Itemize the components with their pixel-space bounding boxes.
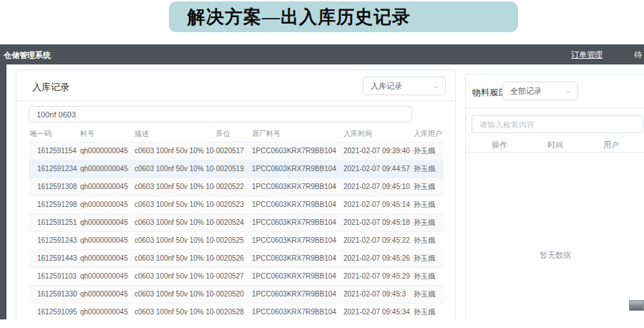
cell-mfr-part-number: 1PCC0603KRX7R9BB104 (250, 142, 342, 160)
cell-part-number: qh0000000045 (79, 303, 133, 319)
scrollbar-thumb[interactable] (629, 300, 644, 311)
cell-location: 0020525 (215, 231, 250, 249)
cell-inbound-time: 2021-02-07 09:45:34 (342, 303, 412, 319)
cell-location: 0020528 (215, 303, 250, 319)
inbound-panel-title: 入库记录 (32, 81, 69, 94)
empty-state-text: 暂无数据 (466, 250, 644, 261)
cell-inbound-user: 孙玉娥 (412, 231, 444, 249)
table-row[interactable]: 1612591298 qh0000000045 c0603 100nf 50v … (29, 196, 444, 213)
table-row[interactable]: 1612591330 qh0000000045 c0603 100nf 50v … (29, 285, 444, 303)
cell-inbound-time: 2021-02-07 09:45:29 (342, 267, 412, 285)
column-header: 描述 (133, 126, 215, 142)
cell-unique-code: 1612591103 (29, 267, 79, 285)
nav-item[interactable]: 待 (634, 49, 642, 60)
cell-inbound-user: 孙玉娥 (412, 267, 444, 285)
inbound-search-input[interactable] (29, 106, 412, 122)
cell-inbound-time: 2021-02-07 09:45:18 (342, 213, 412, 231)
cell-part-number: qh0000000045 (79, 285, 133, 303)
cell-location: 0020517 (215, 142, 250, 160)
cell-part-number: qh0000000045 (79, 231, 133, 249)
cell-unique-code: 1612591443 (29, 249, 79, 267)
column-header: 库位 (215, 126, 250, 142)
inbound-table-body: 1612591154 qh0000000045 c0603 100nf 50v … (29, 142, 444, 319)
cell-mfr-part-number: 1PCC0603KRX7R9BB104 (250, 178, 342, 196)
column-header: 时间 (527, 140, 583, 152)
nav-item[interactable]: 订单管理 (571, 49, 602, 60)
cell-mfr-part-number: 1PCC0603KRX7R9BB104 (250, 249, 342, 267)
cell-location: 0020523 (215, 196, 250, 213)
table-row[interactable]: 1612591251 qh0000000045 c0603 100nf 50v … (29, 213, 444, 231)
table-row[interactable]: 1612591443 qh0000000045 c0603 100nf 50v … (29, 249, 444, 267)
cell-inbound-user: 孙玉娥 (412, 196, 444, 213)
cell-unique-code: 1612591308 (29, 178, 79, 196)
column-header: 入库用户 (412, 126, 444, 142)
table-row[interactable]: 1612591243 qh0000000045 c0603 100nf 50v … (29, 231, 444, 249)
history-filter-value: 全部记录 (510, 86, 542, 97)
cell-unique-code: 1612591154 (29, 142, 79, 160)
history-filter-select[interactable]: 全部记录 ⌄ (502, 82, 578, 100)
cell-part-number: qh0000000045 (79, 160, 133, 178)
cell-description: c0603 100nf 50v 10% 104 (133, 178, 215, 196)
cell-location: 0020526 (215, 249, 250, 267)
column-header: 料号 (79, 126, 133, 142)
cell-description: c0603 100nf 50v 10% 104 (133, 249, 215, 267)
cell-unique-code: 1612591243 (29, 231, 79, 249)
cell-unique-code: 1612591298 (29, 196, 79, 213)
cell-location: 0020524 (215, 213, 250, 231)
cell-unique-code: 1612591251 (29, 213, 79, 231)
cell-location: 0020519 (215, 160, 250, 178)
cell-inbound-user: 孙玉娥 (412, 249, 444, 267)
cell-inbound-time: 2021-02-07 09:45:14 (342, 196, 412, 213)
material-history-panel: 物料履历 全部记录 ⌄ 操作时间用户 暂无数据 (465, 74, 644, 319)
cell-location: 0020522 (215, 178, 250, 196)
cell-inbound-time: 2021-02-07 09:45:26 (342, 249, 412, 267)
cell-inbound-time: 2021-02-07 09:39:40 (342, 142, 412, 160)
table-row[interactable]: 1612591103 qh0000000045 c0603 100nf 50v … (29, 267, 444, 285)
cell-part-number: qh0000000045 (79, 196, 133, 213)
cell-mfr-part-number: 1PCC0603KRX7R9BB104 (250, 267, 342, 285)
cell-mfr-part-number: 1PCC0603KRX7R9BB104 (250, 213, 342, 231)
title-banner: 解决方案—出入库历史记录 (169, 1, 518, 32)
chevron-down-icon: ⌄ (433, 81, 439, 90)
cell-inbound-user: 孙玉娥 (412, 213, 444, 231)
cell-inbound-user: 孙玉娥 (412, 178, 444, 196)
cell-inbound-time: 2021-02-07 09:44:57 (342, 160, 412, 178)
cell-location: 0020527 (215, 267, 250, 285)
cell-description: c0603 100nf 50v 10% 104 (133, 285, 215, 303)
cell-part-number: qh0000000045 (79, 213, 133, 231)
cell-description: c0603 100nf 50v 10% 104 (133, 213, 215, 231)
cell-unique-code: 1612591234 (29, 160, 79, 178)
column-header: 用户 (583, 140, 639, 152)
table-row[interactable]: 1612591308 qh0000000045 c0603 100nf 50v … (29, 178, 444, 196)
cell-description: c0603 100nf 50v 10% 104 (133, 231, 215, 249)
inbound-panel-header: 入库记录 入库记录 ⌄ (16, 70, 455, 101)
cell-description: c0603 100nf 50v 10% 104 (133, 303, 215, 319)
record-type-select[interactable]: 入库记录 ⌄ (363, 77, 446, 95)
column-header: 唯一码 (29, 126, 79, 142)
cell-description: c0603 100nf 50v 10% 104 (133, 196, 215, 213)
cell-description: c0603 100nf 50v 10% 104 (133, 160, 215, 178)
cell-mfr-part-number: 1PCC0603KRX7R9BB104 (250, 285, 342, 303)
table-row[interactable]: 1612591154 qh0000000045 c0603 100nf 50v … (29, 142, 444, 160)
column-header: 操作 (472, 140, 527, 152)
inbound-table-header-row: 唯一码料号描述库位原厂料号入库时间入库用户 (29, 126, 444, 142)
cell-inbound-time: 2021-02-07 09:45:22 (342, 231, 412, 249)
cell-inbound-user: 孙玉娥 (412, 303, 444, 319)
cell-mfr-part-number: 1PCC0603KRX7R9BB104 (250, 231, 342, 249)
history-search-input[interactable] (472, 115, 643, 133)
cell-part-number: qh0000000045 (79, 267, 133, 285)
cell-mfr-part-number: 1PCC0603KRX7R9BB104 (250, 303, 342, 319)
inbound-search-row (16, 101, 455, 125)
page-title: 解决方案—出入库历史记录 (187, 5, 411, 29)
table-row[interactable]: 1612591095 qh0000000045 c0603 100nf 50v … (29, 303, 444, 319)
history-panel-title: 物料履历 (472, 87, 507, 99)
header-nav: 订单管理 待 (571, 44, 642, 64)
left-sidebar-strip (0, 64, 6, 319)
history-panel-header: 物料履历 全部记录 ⌄ (466, 74, 644, 108)
record-type-value: 入库记录 (371, 81, 402, 92)
cell-unique-code: 1612591095 (29, 303, 79, 319)
cell-inbound-user: 孙玉娥 (412, 160, 444, 178)
table-row[interactable]: 1612591234 qh0000000045 c0603 100nf 50v … (29, 160, 444, 178)
cell-part-number: qh0000000045 (79, 142, 133, 160)
cell-description: c0603 100nf 50v 10% 104 (133, 142, 215, 160)
